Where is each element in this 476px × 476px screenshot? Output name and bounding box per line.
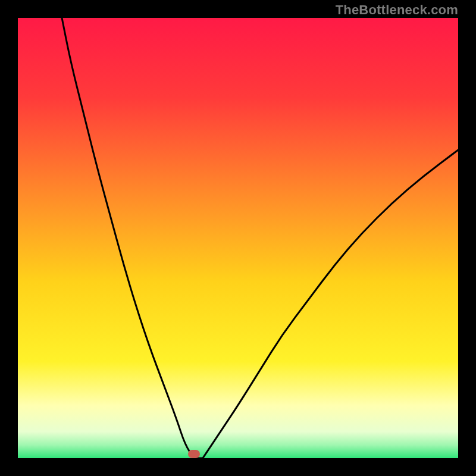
- chart-container: TheBottleneck.com: [0, 0, 476, 476]
- gradient-rect: [18, 18, 458, 458]
- optimum-marker: [188, 450, 200, 458]
- gradient-background: [18, 18, 458, 458]
- watermark-text: TheBottleneck.com: [336, 2, 458, 18]
- plot-area: [18, 18, 458, 458]
